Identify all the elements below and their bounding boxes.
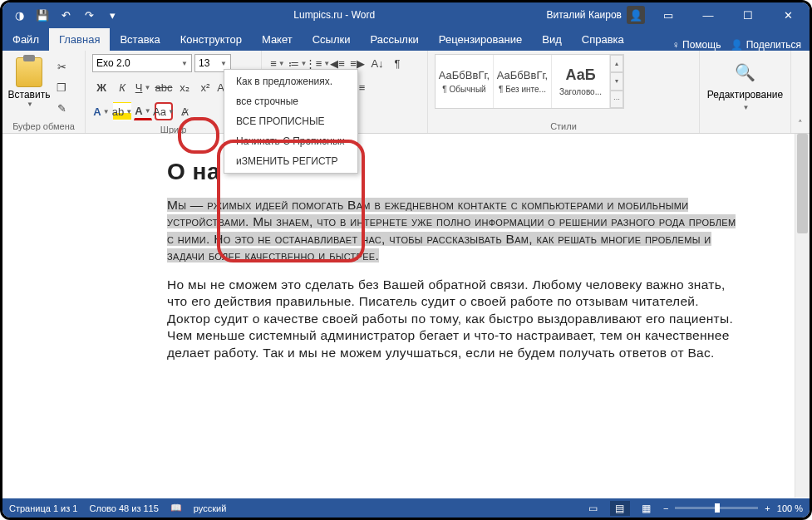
document-content[interactable]: О на Мы — ржимых идеей помогать Вам в еж… bbox=[2, 134, 810, 390]
window-title: Lumpics.ru - Word bbox=[122, 9, 546, 21]
undo-button[interactable]: ↶ bbox=[56, 5, 76, 25]
doc-paragraph-selected[interactable]: Мы — ржимых идеей помогать Вам в ежеднев… bbox=[167, 198, 736, 262]
zoom-slider-thumb[interactable] bbox=[715, 503, 720, 513]
view-print-button[interactable]: ▤ bbox=[610, 501, 630, 516]
tab-references[interactable]: Ссылки bbox=[303, 28, 361, 51]
zoom-level[interactable]: 100 % bbox=[777, 503, 803, 513]
style-normal[interactable]: АаБбВвГг, ¶ Обычный bbox=[436, 55, 494, 108]
view-read-button[interactable]: ▭ bbox=[583, 501, 603, 516]
group-label-styles: Стили bbox=[435, 120, 692, 131]
close-button[interactable]: ✕ bbox=[771, 2, 805, 27]
doc-paragraph[interactable]: Но мы не сможем это сделать без Вашей об… bbox=[167, 277, 743, 361]
tab-layout[interactable]: Макет bbox=[252, 28, 303, 51]
style-gallery[interactable]: АаБбВвГг, ¶ Обычный АаБбВвГг, ¶ Без инте… bbox=[435, 54, 624, 109]
tab-help[interactable]: Справка bbox=[572, 28, 634, 51]
group-styles: АаБбВвГг, ¶ Обычный АаБбВвГг, ¶ Без инте… bbox=[428, 51, 700, 133]
zoom-out-button[interactable]: − bbox=[663, 503, 668, 513]
style-nospacing[interactable]: АаБбВвГг, ¶ Без инте... bbox=[494, 55, 552, 108]
save-button[interactable]: 💾 bbox=[32, 5, 52, 25]
menu-toggle-case[interactable]: иЗМЕНИТЬ РЕГИСТР bbox=[224, 151, 357, 171]
strike-button[interactable]: abc bbox=[155, 78, 173, 96]
group-clipboard: Вставить ▼ ✂ ❐ ✎ Буфер обмена bbox=[2, 51, 86, 133]
style-heading1[interactable]: АаБ Заголово... bbox=[552, 55, 610, 108]
clear-format-button[interactable]: A̷ bbox=[175, 102, 194, 120]
change-case-button[interactable]: Aa▼ bbox=[155, 102, 173, 120]
collapse-ribbon-button[interactable]: ˄ bbox=[798, 119, 803, 130]
ribbon-tabs: Файл Главная Вставка Конструктор Макет С… bbox=[2, 27, 810, 51]
view-web-button[interactable]: ▦ bbox=[637, 501, 657, 516]
change-case-menu: Как в предложениях. все строчные ВСЕ ПРО… bbox=[224, 69, 358, 174]
avatar: 👤 bbox=[627, 6, 645, 24]
title-bar: ◑ 💾 ↶ ↷ ▾ Lumpics.ru - Word Виталий Каир… bbox=[2, 2, 810, 27]
subscript-button[interactable]: x₂ bbox=[175, 78, 194, 96]
paste-icon bbox=[16, 57, 42, 87]
tab-mailings[interactable]: Рассылки bbox=[360, 28, 428, 51]
word-count[interactable]: Слово 48 из 115 bbox=[89, 503, 158, 513]
superscript-button[interactable]: x² bbox=[196, 78, 214, 96]
vertical-scrollbar[interactable] bbox=[795, 134, 810, 498]
qat-customize[interactable]: ▾ bbox=[102, 5, 122, 25]
menu-capitalize[interactable]: Начинать С Прописных bbox=[224, 131, 357, 151]
paste-button[interactable]: Вставить ▼ bbox=[9, 54, 49, 108]
tab-home[interactable]: Главная bbox=[49, 28, 110, 51]
tell-me[interactable]: ♀ Помощь bbox=[672, 39, 721, 51]
ribbon-options-button[interactable]: ▭ bbox=[652, 2, 685, 27]
user-name: Виталий Каиров bbox=[546, 9, 622, 21]
underline-button[interactable]: Ч▼ bbox=[134, 78, 152, 96]
user-account[interactable]: Виталий Каиров 👤 bbox=[546, 6, 645, 24]
font-name-combo[interactable]: Exo 2.0▼ bbox=[92, 54, 192, 72]
menu-lowercase[interactable]: все строчные bbox=[224, 91, 357, 111]
scrollbar-thumb[interactable] bbox=[797, 134, 808, 233]
menu-sentence-case[interactable]: Как в предложениях. bbox=[224, 71, 357, 91]
spell-check-icon[interactable]: 📖 bbox=[170, 503, 182, 513]
text-effects-button[interactable]: A▼ bbox=[92, 102, 111, 120]
font-color-button[interactable]: A▼ bbox=[134, 102, 152, 120]
share-button[interactable]: 👤 Поделиться bbox=[731, 39, 801, 51]
zoom-slider[interactable] bbox=[675, 507, 758, 509]
format-painter[interactable]: ✎ bbox=[52, 99, 71, 117]
redo-button[interactable]: ↷ bbox=[79, 5, 99, 25]
tab-design[interactable]: Конструктор bbox=[170, 28, 252, 51]
page-indicator[interactable]: Страница 1 из 1 bbox=[9, 503, 77, 513]
copy-button[interactable]: ❐ bbox=[52, 78, 71, 96]
language-indicator[interactable]: русский bbox=[194, 503, 226, 513]
menu-uppercase[interactable]: ВСЕ ПРОПИСНЫЕ bbox=[224, 111, 357, 131]
tab-view[interactable]: Вид bbox=[532, 28, 572, 51]
tab-review[interactable]: Рецензирование bbox=[429, 28, 532, 51]
highlight-button[interactable]: ab▼ bbox=[113, 102, 131, 120]
minimize-button[interactable]: — bbox=[691, 2, 725, 27]
tab-file[interactable]: Файл bbox=[2, 28, 49, 51]
italic-button[interactable]: К bbox=[113, 78, 131, 96]
group-label-clipboard: Буфер обмена bbox=[9, 120, 78, 131]
autosave-toggle[interactable]: ◑ bbox=[9, 5, 29, 25]
maximize-button[interactable]: ☐ bbox=[731, 2, 765, 27]
editing-label[interactable]: Редактирование bbox=[707, 89, 783, 101]
show-marks-button[interactable]: ¶ bbox=[388, 54, 406, 72]
sort-button[interactable]: A↓ bbox=[368, 54, 386, 72]
tab-insert[interactable]: Вставка bbox=[110, 28, 170, 51]
zoom-in-button[interactable]: + bbox=[765, 503, 770, 513]
bold-button[interactable]: Ж bbox=[92, 78, 111, 96]
style-gallery-more[interactable]: ▴▾⋯ bbox=[610, 55, 623, 108]
group-editing: 🔍 Редактирование ▼ bbox=[700, 51, 791, 133]
find-icon[interactable]: 🔍 bbox=[735, 62, 755, 82]
document-area[interactable]: О на Мы — ржимых идеей помогать Вам в еж… bbox=[2, 134, 810, 498]
ribbon: Вставить ▼ ✂ ❐ ✎ Буфер обмена Exo 2.0▼ 1… bbox=[2, 51, 810, 134]
cut-button[interactable]: ✂ bbox=[52, 57, 71, 76]
status-bar: Страница 1 из 1 Слово 48 из 115 📖 русски… bbox=[2, 498, 810, 518]
